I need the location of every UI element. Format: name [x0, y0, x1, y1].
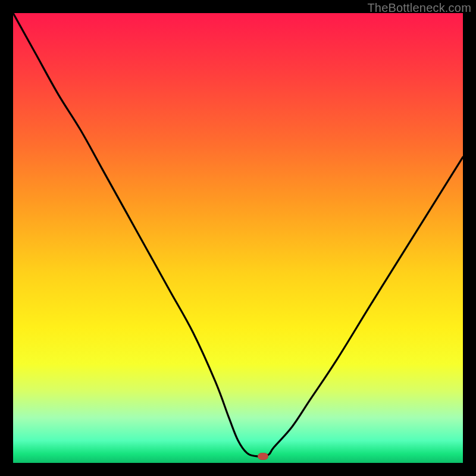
bottleneck-curve [13, 13, 463, 463]
plot-area [13, 13, 463, 463]
optimal-point-marker [258, 453, 268, 460]
chart-frame: TheBottleneck.com [0, 0, 476, 476]
watermark-text: TheBottleneck.com [367, 1, 471, 14]
